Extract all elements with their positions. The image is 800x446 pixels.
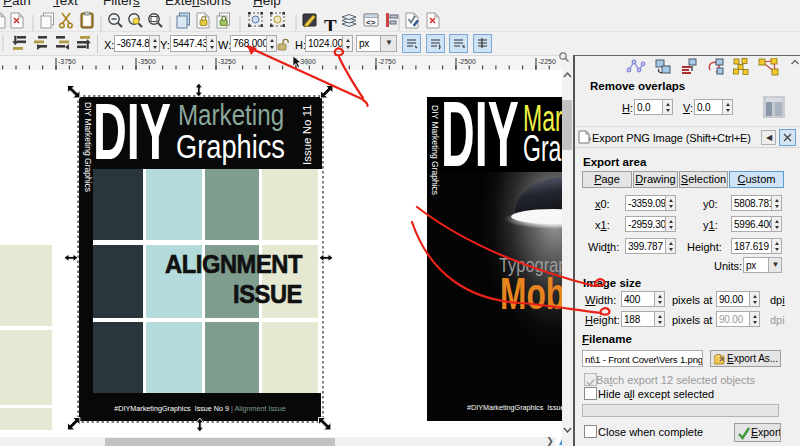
- svg-text:T: T: [324, 16, 337, 31]
- svg-text:<>: <>: [366, 18, 376, 27]
- svg-text:-2750: -2750: [378, 58, 396, 65]
- svg-text:-3250: -3250: [218, 58, 236, 65]
- svg-text:-2250: -2250: [538, 58, 556, 65]
- svg-text:-3500: -3500: [138, 58, 156, 65]
- svg-text:-3750: -3750: [58, 58, 76, 65]
- svg-text:-2500: -2500: [458, 58, 476, 65]
